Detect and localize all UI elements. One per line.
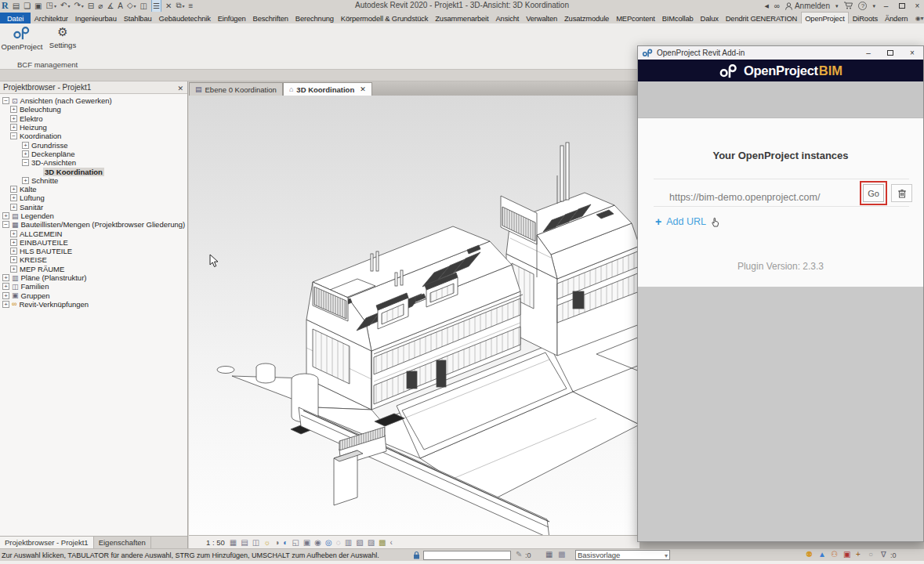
collapse-icon[interactable]: − [2,97,9,104]
filter-icon[interactable]: ∇ [881,550,886,559]
openproject-button[interactable]: OpenProject [2,24,42,60]
expand-icon[interactable]: + [10,248,17,255]
ribbon-tab-zusatzmodule[interactable]: Zusatzmodule [561,13,613,24]
ribbon-tab-openproject[interactable]: OpenProject [801,12,849,24]
modify-tools-icon[interactable]: ◉▾ [911,13,924,24]
add-url-link[interactable]: + Add URL [655,215,719,228]
tree-item-sanitär[interactable]: +Sanitär [0,203,187,212]
expand-icon[interactable]: + [10,194,17,201]
detail-level-icon[interactable]: ▤ [241,538,248,547]
worksharing-icon-1[interactable]: ⚉ [806,550,813,559]
addin-minimize-button[interactable]: – [857,46,879,60]
temporary-view-icon[interactable]: ▧ [356,538,363,547]
worksharing-icon-2[interactable]: ▲ [818,550,826,559]
ribbon-tab-dendrit-generation[interactable]: Dendrit GENERATION [722,13,800,24]
tree-item-lüftung[interactable]: +Lüftung [0,193,187,202]
expand-icon[interactable]: + [10,204,17,211]
close-button[interactable]: × [912,2,922,10]
collapse-icon[interactable]: − [22,159,29,166]
tree-item-beleuchtung[interactable]: +Beleuchtung [0,105,187,114]
analytical-icon[interactable]: ▨ [368,538,375,547]
worksharing-icon-5[interactable]: + [856,550,861,559]
collapse-icon[interactable]: − [10,132,17,139]
tree-item-deckenpläne[interactable]: +Deckenpläne [0,150,187,158]
expand-icon[interactable]: + [2,301,9,308]
ribbon-tab-einf-gen[interactable]: Einfügen [214,13,249,24]
crop-region-icon[interactable]: ▣ [303,538,310,547]
collapse-icon[interactable]: ‹ [390,538,393,547]
status-search-input[interactable] [423,551,511,560]
help-caret-icon[interactable]: ▾ [872,3,875,9]
design-options-dropdown[interactable]: Basisvorlage [575,550,670,560]
ribbon-tab-dalux[interactable]: Dalux [697,13,722,24]
go-button[interactable]: Go [863,184,884,202]
sun-path-icon[interactable]: ☼ [263,538,270,547]
expand-icon[interactable]: + [10,115,17,122]
view-tab-ebene-0-koordination[interactable]: ▤Ebene 0 Koordination [189,82,283,96]
expand-icon[interactable]: + [10,106,17,113]
tree-item-hls-bauteile[interactable]: +HLS BAUTEILE [0,247,187,255]
ribbon-tab-ingenieurbau[interactable]: Ingenieurbau [71,13,120,24]
expand-icon[interactable]: + [2,292,9,299]
panel-tab-eigenschaften[interactable]: Eigenschaften [94,537,151,548]
render-icon[interactable]: ◐ [283,538,288,547]
tree-item-heizung[interactable]: +Heizung [0,123,187,132]
expand-icon[interactable]: + [2,274,9,281]
worksharing-display-icon[interactable]: ▥ [345,538,352,547]
expand-icon[interactable]: + [10,186,17,193]
tree-item-gruppen[interactable]: +▣Gruppen [0,291,187,300]
expand-icon[interactable]: + [10,239,17,246]
help-icon[interactable]: ? [858,2,867,10]
tree-item-3d-ansichten[interactable]: −3D-Ansichten [0,158,187,167]
expand-icon[interactable]: + [10,124,17,131]
addin-title-bar[interactable]: OpenProject Revit Add-in – × [638,46,923,60]
minimize-button[interactable]: – [881,2,891,10]
scale-icon[interactable]: ▦ [230,538,237,547]
tree-item-schnitte[interactable]: +Schnitte [0,176,187,185]
expand-icon[interactable]: + [10,230,17,237]
lock-3d-icon[interactable]: ◉ [314,538,321,547]
expand-icon[interactable]: + [2,212,9,219]
tree-item-ansichten-nach-gewerken-[interactable]: −⊡Ansichten (nach Gewerken) [0,96,187,105]
ribbon-tab-k-rpermodell-grundst-ck[interactable]: Körpermodell & Grundstück [337,13,431,24]
close-view-icon[interactable]: ✕ [360,85,366,93]
expand-icon[interactable]: + [22,150,29,157]
panel-tab-projektbrowser-projekt1[interactable]: Projektbrowser - Projekt1 [0,537,94,548]
tree-item-grundrisse[interactable]: +Grundrisse [0,140,187,149]
delete-instance-button[interactable] [891,184,912,202]
expand-icon[interactable]: + [2,283,9,290]
store-icon[interactable] [843,2,853,11]
tree-item-kreise[interactable]: +KREISE [0,255,187,264]
view-tab-3d-koordination[interactable]: ⌂3D Koordination✕ [283,82,372,96]
worksharing-icon-3[interactable]: ⚇ [831,550,838,559]
workset-icon[interactable]: ▦ [545,550,553,559]
tree-item-pläne-planstruktur-[interactable]: +▥Pläne (Planstruktur) [0,273,187,282]
tree-item-kälte[interactable]: +Kälte [0,185,187,193]
tree-item-3d-koordination[interactable]: 3D Koordination [0,167,187,175]
design-option-icon[interactable]: ▩ [558,550,565,559]
worksharing-icon-6[interactable]: ○ [868,550,873,559]
ribbon-tab-architektur[interactable]: Architektur [31,13,71,24]
settings-button[interactable]: ⚙ Settings [42,24,83,60]
ribbon-tab-stahlbau[interactable]: Stahlbau [120,13,155,24]
tree-item-familien[interactable]: +◫Familien [0,282,187,291]
temporary-isolate-icon[interactable]: ◎ [325,538,332,547]
dropdown-caret-icon[interactable]: ▾ [835,3,839,9]
shadows-icon[interactable]: ◑ [274,538,279,547]
tree-item-einbauteile[interactable]: +EINBAUTEILE [0,238,187,247]
worksharing-icon-4[interactable]: ▣ [843,550,850,559]
collapse-icon[interactable]: − [2,221,9,228]
expand-icon[interactable]: + [10,266,17,273]
tree-item-legenden[interactable]: +▤Legenden [0,212,187,220]
expand-icon[interactable]: + [22,177,29,184]
collapse-icon[interactable]: ◀ [764,3,768,9]
ribbon-tab-diroots[interactable]: DiRoots [849,13,881,24]
visual-style-icon[interactable]: ◫ [252,538,259,547]
tree-item-bauteillisten-mengen-projektbrowser-gliederung-[interactable]: −▦Bauteillisten/Mengen (Projektbrowser G… [0,220,187,229]
addin-maximize-button[interactable] [879,46,901,60]
tree-item-mep-räume[interactable]: +MEP RÄUME [0,265,187,273]
ribbon-tab-geb-udetechnik[interactable]: Gebäudetechnik [155,13,214,24]
ribbon-tab-ansicht[interactable]: Ansicht [492,13,523,24]
ribbon-tab-mepcontent[interactable]: MEPcontent [613,13,659,24]
tree-item-elektro[interactable]: +Elektro [0,114,187,123]
